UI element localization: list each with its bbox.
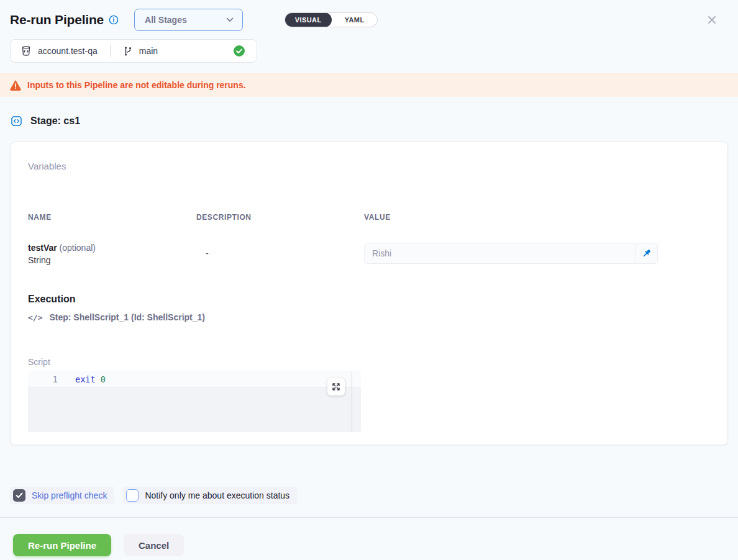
execution-section-title: Execution: [28, 294, 710, 304]
info-icon[interactable]: [109, 15, 119, 25]
variable-name: testVar: [28, 243, 57, 253]
column-header-description: DESCRIPTION: [196, 213, 364, 222]
skip-preflight-label: Skip preflight check: [32, 490, 107, 500]
custom-stage-icon: [10, 115, 23, 127]
variable-optional-tag: (optional): [60, 243, 96, 253]
chip-divider: [110, 45, 111, 57]
variable-name-cell: testVar (optional) String: [28, 243, 196, 265]
code-icon: </>: [28, 313, 42, 322]
repo-branch-chip[interactable]: account.test-qa main: [10, 39, 257, 63]
stage-selector-dropdown[interactable]: All Stages: [134, 9, 243, 31]
stage-heading: Stage: cs1: [30, 115, 80, 127]
variables-table-header: NAME DESCRIPTION VALUE: [28, 213, 710, 222]
repo-branch-row: account.test-qa main: [10, 39, 728, 63]
footer: Re-run Pipeline Cancel: [0, 518, 738, 556]
stage-inputs-card: Variables NAME DESCRIPTION VALUE testVar…: [10, 142, 728, 445]
toggle-visual[interactable]: VISUAL: [285, 12, 332, 27]
code-value: 0: [101, 374, 106, 384]
rerun-pipeline-button[interactable]: Re-run Pipeline: [13, 534, 111, 556]
code-line: 1 exit 0: [28, 371, 361, 387]
line-number: 1: [28, 374, 58, 384]
notify-me-option[interactable]: Notify only me about execution status: [123, 487, 297, 504]
variable-value-input[interactable]: [365, 243, 635, 263]
column-header-value: VALUE: [364, 213, 658, 222]
expand-editor-button[interactable]: [327, 378, 345, 395]
script-label: Script: [28, 357, 710, 368]
warning-banner: Inputs to this Pipeline are not editable…: [0, 73, 738, 97]
run-options-row: Skip preflight check Notify only me abou…: [10, 487, 738, 504]
warning-triangle-icon: [10, 80, 21, 91]
skip-preflight-option[interactable]: Skip preflight check: [10, 487, 114, 504]
branch-status-success-icon: [233, 45, 245, 57]
editor-scrollbar[interactable]: [352, 371, 352, 432]
repository-icon: [20, 45, 32, 56]
dialog-header: Re-run Pipeline All Stages VISUAL YAML: [0, 0, 738, 31]
variable-value-field: [364, 243, 658, 264]
repo-name: account.test-qa: [38, 46, 98, 56]
skip-preflight-checkbox[interactable]: [13, 489, 25, 502]
chevron-down-icon: [226, 17, 234, 22]
variable-description: -: [196, 243, 364, 258]
code-keyword: exit: [75, 374, 96, 384]
close-icon[interactable]: [704, 12, 719, 27]
stage-selector-value: All Stages: [145, 15, 187, 25]
page-title: Re-run Pipeline: [10, 12, 104, 27]
step-heading: Step: ShellScript_1 (Id: ShellScript_1): [49, 312, 205, 322]
notify-me-label: Notify only me about execution status: [145, 490, 289, 500]
variable-type: String: [28, 255, 196, 265]
visual-yaml-toggle: VISUAL YAML: [285, 12, 378, 27]
variable-row: testVar (optional) String -: [28, 243, 710, 265]
script-code-editor[interactable]: 1 exit 0: [28, 371, 361, 432]
notify-me-checkbox[interactable]: [126, 489, 139, 502]
step-heading-row: </> Step: ShellScript_1 (Id: ShellScript…: [28, 312, 710, 322]
stage-heading-row: Stage: cs1: [10, 115, 738, 127]
pin-icon[interactable]: [635, 243, 657, 263]
toggle-yaml[interactable]: YAML: [332, 12, 377, 27]
variables-section-title: Variables: [28, 161, 710, 172]
cancel-button[interactable]: Cancel: [124, 534, 184, 556]
git-branch-icon: [123, 46, 133, 56]
warning-message: Inputs to this Pipeline are not editable…: [27, 80, 246, 90]
branch-name: main: [139, 46, 158, 56]
column-header-name: NAME: [28, 213, 196, 222]
